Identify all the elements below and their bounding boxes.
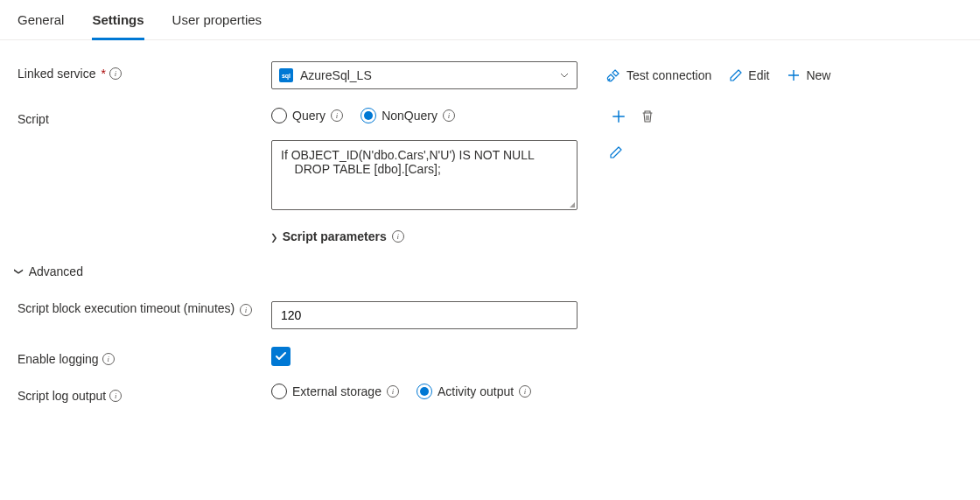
chevron-right-icon: [271, 228, 277, 245]
pencil-icon: [609, 145, 623, 159]
radio-external-storage[interactable]: External storage i: [271, 384, 399, 399]
info-icon[interactable]: i: [240, 304, 252, 316]
check-icon: [275, 350, 287, 363]
info-icon[interactable]: i: [109, 390, 122, 402]
info-icon[interactable]: i: [102, 353, 115, 365]
radio-query[interactable]: Query i: [271, 108, 343, 123]
trash-icon: [640, 109, 654, 123]
timeout-input[interactable]: [271, 301, 578, 329]
tab-settings[interactable]: Settings: [92, 0, 144, 40]
advanced-toggle[interactable]: Advanced: [18, 263, 962, 280]
radio-icon: [416, 384, 432, 399]
test-connection-button[interactable]: Test connection: [606, 67, 711, 83]
tab-general[interactable]: General: [18, 0, 64, 39]
pencil-icon: [729, 68, 743, 82]
info-icon[interactable]: i: [519, 385, 531, 398]
info-icon[interactable]: i: [331, 109, 343, 122]
add-script-button[interactable]: [611, 109, 626, 124]
script-label: Script: [18, 107, 271, 126]
linked-service-value: AzureSql_LS: [300, 68, 552, 82]
plus-icon: [611, 109, 626, 124]
new-button[interactable]: New: [787, 68, 830, 82]
info-icon[interactable]: i: [109, 67, 122, 80]
info-icon[interactable]: i: [387, 385, 399, 398]
tabs-bar: General Settings User properties: [0, 0, 980, 40]
log-output-label: Script log output i: [18, 384, 271, 403]
chevron-down-icon: [559, 70, 570, 81]
edit-script-button[interactable]: [609, 145, 623, 159]
delete-script-button[interactable]: [640, 109, 654, 123]
settings-panel: Linked service * i sql AzureSql_LS Test …: [0, 40, 980, 441]
radio-activity-output[interactable]: Activity output i: [416, 384, 531, 399]
script-parameters-toggle[interactable]: Script parameters i: [271, 228, 962, 245]
info-icon[interactable]: i: [443, 109, 455, 122]
edit-button[interactable]: Edit: [729, 68, 769, 82]
info-icon[interactable]: i: [392, 230, 404, 243]
enable-logging-checkbox[interactable]: [271, 347, 290, 366]
sql-icon: sql: [279, 68, 293, 82]
radio-icon: [360, 108, 376, 123]
required-mark: *: [102, 67, 106, 81]
plus-icon: [787, 68, 801, 82]
radio-icon: [271, 384, 287, 399]
tab-user-properties[interactable]: User properties: [172, 0, 262, 39]
timeout-label: Script block execution timeout (minutes)…: [18, 301, 271, 316]
linked-service-label: Linked service * i: [18, 61, 271, 81]
chevron-down-icon: [18, 263, 24, 280]
radio-icon: [271, 108, 287, 123]
linked-service-dropdown[interactable]: sql AzureSql_LS: [271, 61, 578, 89]
plug-icon: [606, 67, 621, 83]
script-textarea[interactable]: If OBJECT_ID(N'dbo.Cars',N'U') IS NOT NU…: [271, 140, 578, 210]
radio-nonquery[interactable]: NonQuery i: [360, 108, 455, 123]
enable-logging-label: Enable logging i: [18, 347, 271, 366]
